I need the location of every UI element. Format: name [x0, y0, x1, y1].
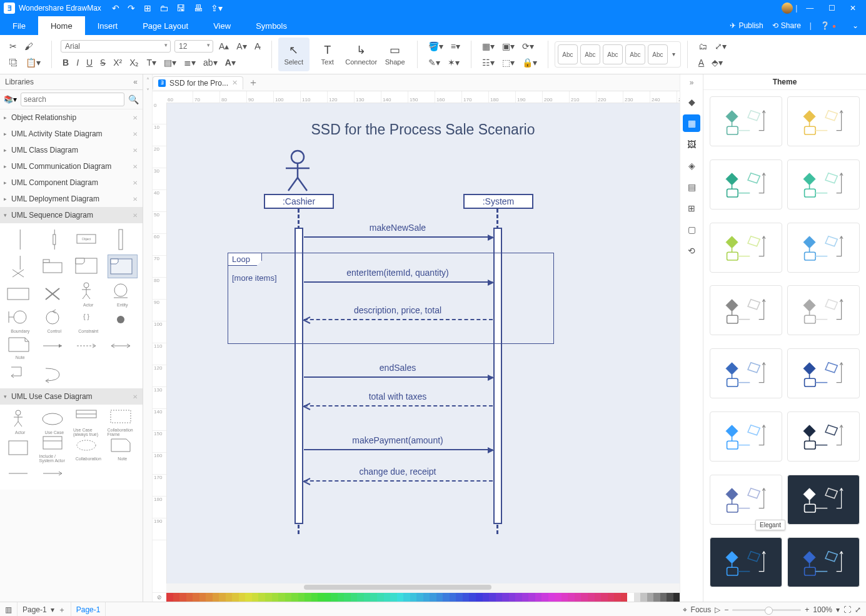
message-text[interactable]: makePayment(amount) — [352, 435, 443, 445]
color-swatch[interactable] — [548, 593, 555, 602]
arrange-button[interactable]: ☷▾ — [480, 56, 496, 69]
color-swatch[interactable] — [667, 593, 673, 602]
actor-cashier[interactable] — [282, 149, 313, 193]
quick-style-item[interactable]: Abc — [558, 44, 578, 64]
color-swatch[interactable] — [483, 593, 490, 602]
color-swatch[interactable] — [588, 593, 595, 602]
theme-thumbnail[interactable] — [787, 348, 860, 398]
shape-actor[interactable]: Actor — [5, 410, 36, 432]
bold-button[interactable]: B — [61, 56, 71, 69]
color-swatch[interactable] — [186, 593, 193, 602]
color-swatch[interactable] — [311, 593, 318, 602]
color-swatch[interactable] — [627, 593, 634, 602]
shape-control[interactable]: Control — [39, 308, 70, 331]
theme-rail-button[interactable]: ▦ — [683, 114, 700, 132]
color-swatch[interactable] — [166, 593, 173, 602]
text-effects-button[interactable]: A▾ — [223, 56, 238, 69]
color-swatch[interactable] — [298, 593, 305, 602]
message-arrow[interactable] — [304, 449, 493, 450]
shape-usecase[interactable]: Use Case — [39, 410, 70, 432]
message-text[interactable]: description, price, total — [354, 305, 441, 315]
theme-thumbnail[interactable] — [710, 412, 782, 462]
message-return-arrow[interactable] — [304, 405, 493, 406]
message-return-arrow[interactable] — [304, 480, 493, 482]
color-swatch[interactable] — [351, 593, 358, 602]
shape-fragment[interactable] — [108, 255, 138, 278]
library-group[interactable]: UML Deployment Diagram✕ — [0, 191, 143, 207]
color-swatch[interactable] — [436, 593, 443, 602]
color-swatch[interactable] — [535, 593, 542, 602]
loop-frame[interactable]: Loop [more items] — [228, 253, 554, 344]
page-indicator[interactable]: Page-1 — [76, 605, 101, 614]
new-button[interactable]: ⊞ — [141, 1, 154, 15]
shape-assoc-arrow[interactable] — [39, 462, 70, 485]
quick-style-more[interactable]: ▾ — [670, 44, 678, 63]
color-swatch[interactable] — [621, 593, 628, 602]
close-icon[interactable]: ✕ — [133, 179, 138, 186]
shape-system[interactable] — [5, 436, 36, 458]
focus-label[interactable]: Focus — [691, 605, 712, 614]
diagram-title[interactable]: SSD for the Process Sale Scenario — [311, 121, 535, 138]
no-fill-swatch[interactable]: ⊘ — [153, 593, 166, 602]
color-swatch[interactable] — [403, 593, 410, 602]
color-swatch[interactable] — [614, 593, 621, 602]
color-swatch[interactable] — [179, 593, 186, 602]
shape-return[interactable] — [73, 335, 104, 357]
select-tool-button[interactable]: ↖Select — [278, 38, 310, 71]
quick-style-item[interactable]: Abc — [648, 44, 668, 64]
color-swatch[interactable] — [541, 593, 548, 602]
save-button[interactable]: 🖫 — [173, 1, 188, 15]
color-swatch[interactable] — [575, 593, 582, 602]
theme-thumbnail[interactable] — [710, 348, 782, 398]
library-group[interactable]: Object Relationship✕ — [0, 109, 143, 126]
format-fill-button[interactable]: ◆ — [683, 93, 700, 111]
document-tab[interactable]: Ǝ SSD for the Pro... ✕ — [153, 76, 243, 89]
color-swatch[interactable] — [239, 593, 246, 602]
close-icon[interactable]: ✕ — [133, 196, 138, 203]
color-swatch[interactable] — [496, 593, 503, 602]
shape-package[interactable] — [39, 255, 70, 277]
image-rail-button[interactable]: 🖼 — [683, 136, 700, 153]
color-swatch[interactable] — [601, 593, 608, 602]
menu-home[interactable]: Home — [38, 16, 85, 35]
fill-color-button[interactable]: 🪣▾ — [426, 39, 445, 53]
font-family-combo[interactable]: Arial — [61, 40, 171, 53]
color-swatch[interactable] — [515, 593, 522, 602]
library-group-usecase[interactable]: UML Use Case Diagram✕ — [0, 388, 143, 405]
color-swatch[interactable] — [653, 593, 660, 602]
shape-note[interactable]: Note — [5, 335, 36, 357]
color-swatch[interactable] — [397, 593, 404, 602]
close-icon[interactable]: ✕ — [133, 163, 138, 170]
increase-font-button[interactable]: A▴ — [217, 39, 231, 53]
library-menu-icon[interactable]: 📚▾ — [4, 95, 17, 104]
shape-usecase-labeled[interactable]: Use Case (always true) — [73, 410, 104, 432]
bullets-button[interactable]: ≣▾ — [182, 56, 198, 69]
shape-rect[interactable] — [5, 282, 36, 305]
color-swatch[interactable] — [199, 593, 206, 602]
align-button[interactable]: ▦▾ — [480, 39, 496, 53]
size-button[interactable]: ⬚▾ — [500, 56, 516, 69]
shape-constraint[interactable]: { }Constraint — [73, 308, 104, 331]
quick-style-gallery[interactable]: Abc Abc Abc Abc Abc ▾ — [555, 41, 681, 68]
color-swatch[interactable] — [660, 593, 667, 602]
color-swatch[interactable] — [325, 593, 331, 602]
color-swatch[interactable] — [561, 593, 568, 602]
shape-include[interactable]: Include / System Actor — [39, 436, 70, 458]
print-button[interactable]: 🖶 — [191, 1, 206, 15]
close-icon[interactable]: ✕ — [133, 393, 138, 400]
message-text[interactable]: endSales — [380, 363, 416, 373]
theme-thumbnail[interactable] — [710, 159, 782, 210]
color-swatch[interactable] — [193, 593, 199, 602]
color-swatch[interactable] — [278, 593, 285, 602]
text-case-button[interactable]: T▾ — [144, 56, 158, 69]
color-swatch[interactable] — [285, 593, 292, 602]
color-swatch[interactable] — [265, 593, 272, 602]
theme-thumbnail[interactable] — [710, 537, 782, 587]
lock-button[interactable]: 🔒▾ — [520, 56, 539, 69]
add-tab-button[interactable]: ＋ — [243, 76, 263, 89]
color-swatch[interactable] — [581, 593, 588, 602]
color-swatch[interactable] — [370, 593, 377, 602]
drawing-canvas[interactable]: SSD for the Process Sale Scenario :Cashi… — [166, 103, 680, 583]
library-group[interactable]: UML Activity State Diagram✕ — [0, 126, 143, 142]
color-swatch[interactable] — [489, 593, 496, 602]
